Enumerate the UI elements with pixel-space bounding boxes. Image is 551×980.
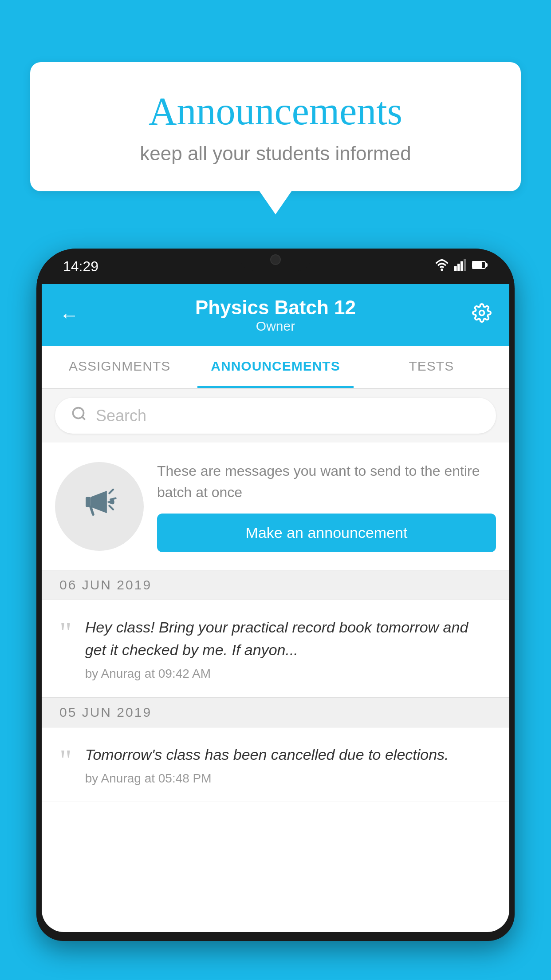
announcement-item-1[interactable]: " Hey class! Bring your practical record… [42,600,509,697]
svg-point-9 [73,408,84,419]
svg-rect-10 [86,497,91,507]
tab-assignments[interactable]: ASSIGNMENTS [42,346,197,388]
wifi-icon [435,259,449,274]
svg-rect-3 [460,261,463,271]
battery-icon [472,259,488,273]
svg-rect-7 [485,263,488,267]
promo-icon-circle [55,462,144,551]
svg-rect-2 [457,264,460,271]
announcement-meta-2: by Anurag at 05:48 PM [85,771,492,786]
svg-rect-1 [454,266,457,271]
date-separator-2: 05 JUN 2019 [42,697,509,727]
svg-point-0 [441,269,443,271]
svg-line-12 [110,498,115,500]
svg-line-11 [110,490,113,493]
header-subtitle: Owner [195,319,356,334]
speech-bubble-tail [260,191,291,214]
header-center: Physics Batch 12 Owner [195,296,356,334]
phone-frame: 14:29 [36,249,515,941]
tab-tests[interactable]: TESTS [354,346,509,388]
app-header: ← Physics Batch 12 Owner [42,284,509,346]
megaphone-icon [79,482,119,530]
quote-icon-1: " [59,616,72,644]
status-time: 14:29 [63,258,98,275]
quote-icon-2: " [59,743,72,772]
announcement-meta-1: by Anurag at 09:42 AM [85,667,492,681]
search-container: Search [42,389,509,443]
signal-icon [454,259,467,274]
search-placeholder: Search [96,407,146,425]
phone-mockup: 14:29 [36,249,515,980]
camera-dot [270,254,281,265]
promo-section: These are messages you want to send to t… [42,443,509,570]
search-icon [71,406,87,426]
speech-bubble-section: Announcements keep all your students inf… [30,62,521,214]
announcement-item-2[interactable]: " Tomorrow's class has been cancelled du… [42,727,509,802]
svg-rect-6 [472,262,482,268]
settings-button[interactable] [472,303,492,327]
tab-announcements[interactable]: ANNOUNCEMENTS [197,346,353,388]
announcement-content-2: Tomorrow's class has been cancelled due … [85,743,492,786]
make-announcement-button[interactable]: Make an announcement [157,514,496,552]
status-icons [435,259,488,274]
promo-right: These are messages you want to send to t… [157,460,496,552]
phone-screen: ← Physics Batch 12 Owner ASSIGNMENTS ANN… [42,284,509,932]
announcement-text-1: Hey class! Bring your practical record b… [85,616,492,661]
speech-bubble-card: Announcements keep all your students inf… [30,62,521,191]
svg-point-8 [480,311,484,316]
phone-top-bar: 14:29 [36,249,515,284]
tabs-bar: ASSIGNMENTS ANNOUNCEMENTS TESTS [42,346,509,389]
search-bar[interactable]: Search [55,398,496,434]
bubble-title: Announcements [66,89,485,134]
promo-description: These are messages you want to send to t… [157,460,496,503]
phone-notch [240,249,311,271]
svg-line-13 [110,506,113,509]
bubble-subtitle: keep all your students informed [66,142,485,165]
svg-rect-4 [464,259,466,271]
date-separator-1: 06 JUN 2019 [42,570,509,600]
announcement-text-2: Tomorrow's class has been cancelled due … [85,743,492,766]
header-title: Physics Batch 12 [195,296,356,319]
back-button[interactable]: ← [59,304,79,326]
announcement-content-1: Hey class! Bring your practical record b… [85,616,492,681]
